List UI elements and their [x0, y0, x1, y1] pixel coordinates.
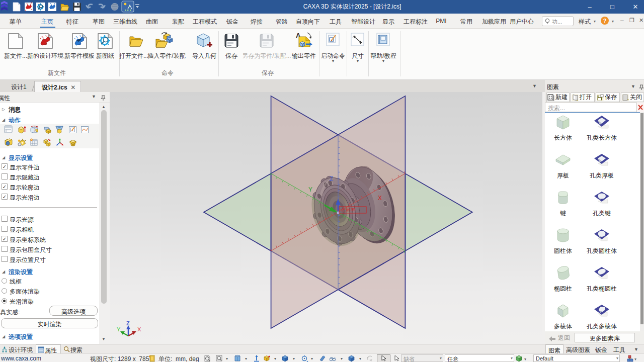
- svg-text:X: X: [378, 195, 382, 202]
- svg-text:▾: ▾: [245, 356, 247, 361]
- svg-text:▾: ▾: [311, 356, 313, 361]
- svg-text:Y: Y: [117, 326, 121, 332]
- svg-text:全周率: 全周率: [340, 207, 356, 213]
- svg-text:▾: ▾: [274, 356, 276, 361]
- svg-text:▾: ▾: [293, 356, 295, 361]
- svg-text:▾: ▾: [359, 356, 361, 361]
- svg-text:Z: Z: [330, 175, 333, 183]
- svg-text:▾: ▾: [634, 357, 636, 361]
- svg-text:X: X: [137, 326, 141, 332]
- svg-text:▾: ▾: [341, 356, 343, 361]
- svg-text:▾: ▾: [226, 356, 228, 361]
- svg-text:▾: ▾: [524, 357, 526, 361]
- svg-text:Y: Y: [308, 186, 312, 193]
- svg-text:Z: Z: [126, 320, 130, 326]
